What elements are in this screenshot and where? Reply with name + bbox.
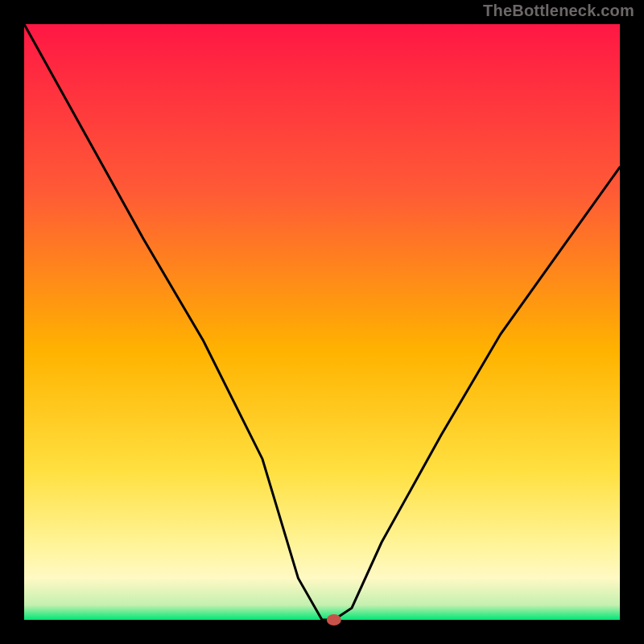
bottleneck-chart (0, 0, 644, 644)
optimum-marker (327, 614, 341, 625)
watermark-text: TheBottleneck.com (483, 2, 634, 20)
plot-background (24, 24, 620, 620)
page-root: TheBottleneck.com (0, 0, 644, 644)
